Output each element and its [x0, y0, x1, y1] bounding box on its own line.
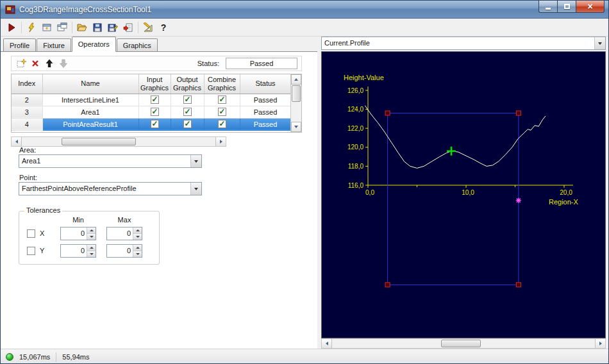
profile-chart[interactable]: 126,0124,0122,0120,0118,0116,00,010,020,…: [321, 51, 606, 338]
save-as-button[interactable]: [105, 20, 121, 35]
svg-text:116,0: 116,0: [348, 182, 364, 189]
scroll-right-button[interactable]: [215, 137, 226, 146]
column-header-output-graphics[interactable]: Output Graphics: [171, 74, 204, 94]
scrollbar-track[interactable]: [22, 137, 215, 146]
tolerance-x-label: X: [40, 227, 44, 240]
tolerance-y-label: Y: [40, 244, 44, 258]
output-graphics-checkbox[interactable]: [183, 108, 192, 116]
tolerance-y-max-spinner[interactable]: 0: [106, 244, 142, 258]
tolerance-y-min-spinner[interactable]: 0: [60, 244, 96, 258]
arrow-up-icon: [136, 247, 140, 249]
tolerance-x-min-value[interactable]: 0: [61, 228, 87, 240]
float-window-button[interactable]: [54, 20, 70, 35]
scroll-up-button[interactable]: [291, 74, 301, 85]
output-graphics-checkbox[interactable]: [183, 95, 192, 104]
scrollbar-thumb[interactable]: [292, 85, 301, 102]
tolerance-y-max-value[interactable]: 0: [107, 245, 133, 257]
region-corner-handle: [516, 111, 521, 115]
point-combobox[interactable]: FarthestPointAboveReferenceProfile: [19, 182, 202, 195]
titlebar[interactable]: Cog3DRangeImageCrossSectionTool1 ×: [1, 1, 608, 19]
spin-up-button[interactable]: [133, 228, 142, 234]
scrollbar-track[interactable]: [332, 339, 595, 348]
scrollbar-thumb[interactable]: [62, 138, 136, 145]
svg-text:118,0: 118,0: [348, 163, 364, 170]
input-graphics-checkbox[interactable]: [151, 108, 159, 116]
minimize-button[interactable]: [538, 1, 557, 13]
input-graphics-checkbox[interactable]: [151, 120, 159, 128]
tolerance-x-checkbox[interactable]: [27, 229, 35, 238]
column-header-name[interactable]: Name: [42, 74, 138, 94]
spin-up-button[interactable]: [133, 245, 142, 251]
move-up-button[interactable]: [42, 57, 56, 70]
combine-graphics-checkbox[interactable]: [218, 108, 226, 116]
tolerance-y-checkbox[interactable]: [27, 247, 35, 255]
spin-down-button[interactable]: [133, 234, 142, 240]
spin-up-button[interactable]: [87, 245, 96, 251]
tab-fixture[interactable]: Fixture: [37, 38, 71, 51]
scrollbar-thumb[interactable]: [441, 340, 481, 347]
operators-table: Index Name Input Graphics Output Graphic…: [12, 74, 292, 131]
combine-graphics-checkbox[interactable]: [218, 95, 226, 104]
delete-operator-button[interactable]: [28, 57, 42, 70]
dropdown-button[interactable]: [190, 183, 201, 195]
run-icon: [6, 22, 17, 33]
dropdown-button[interactable]: [594, 37, 605, 49]
tool-editor-button[interactable]: [39, 20, 54, 35]
scroll-left-button[interactable]: [322, 339, 332, 348]
maximize-button[interactable]: [557, 1, 576, 13]
combine-graphics-checkbox[interactable]: [218, 120, 226, 128]
grid-vertical-scrollbar[interactable]: [290, 74, 301, 132]
help-button[interactable]: ?: [156, 20, 171, 35]
minimize-icon: [546, 8, 551, 10]
measure-button[interactable]: [140, 20, 156, 35]
scroll-down-button[interactable]: [291, 122, 301, 132]
grid-horizontal-scrollbar[interactable]: [11, 136, 226, 147]
dropdown-button[interactable]: [190, 155, 201, 167]
table-row-selected[interactable]: 4 PointAreaResult1 Passed: [12, 118, 291, 130]
table-row[interactable]: 3 Area1 Passed: [12, 106, 291, 118]
column-header-input-graphics[interactable]: Input Graphics: [138, 74, 171, 94]
move-up-icon: [44, 58, 54, 69]
add-operator-button[interactable]: [14, 57, 28, 70]
save-file-button[interactable]: [90, 20, 105, 35]
spin-down-button[interactable]: [87, 251, 96, 257]
table-row[interactable]: 2 IntersectLineLine1 Passed: [12, 94, 291, 106]
area-combobox[interactable]: Area1: [19, 154, 202, 168]
run-button[interactable]: [4, 20, 19, 35]
electric-run-button[interactable]: [24, 20, 39, 35]
main-toolbar: ?: [1, 19, 608, 37]
svg-text:0,0: 0,0: [365, 189, 374, 196]
spin-up-button[interactable]: [87, 228, 96, 234]
tab-graphics[interactable]: Graphics: [117, 38, 158, 51]
column-header-combine-graphics[interactable]: Combine Graphics: [204, 74, 240, 94]
record-selector-combobox[interactable]: Current.Profile: [321, 37, 606, 50]
save-file-icon: [92, 22, 103, 33]
tab-operators[interactable]: Operators: [72, 37, 116, 52]
import-button[interactable]: [121, 20, 136, 35]
spin-down-button[interactable]: [87, 234, 96, 240]
chevron-down-icon: [194, 160, 198, 163]
tolerance-row-x: X 0 0: [19, 227, 159, 240]
cell-name: IntersectLineLine1: [42, 94, 138, 106]
open-file-icon: [77, 22, 87, 33]
column-header-status[interactable]: Status: [240, 74, 291, 94]
save-as-icon: [108, 22, 118, 33]
region-corner-handle: [516, 283, 521, 287]
chart-horizontal-scrollbar[interactable]: [321, 338, 606, 349]
tolerance-x-min-spinner[interactable]: 0: [60, 227, 96, 240]
column-header-index[interactable]: Index: [12, 74, 42, 94]
close-button[interactable]: ×: [576, 1, 605, 13]
open-file-button[interactable]: [74, 20, 90, 35]
move-down-button[interactable]: [56, 57, 71, 70]
tolerance-y-min-value[interactable]: 0: [61, 245, 87, 257]
output-graphics-checkbox[interactable]: [183, 120, 192, 128]
scroll-right-button[interactable]: [595, 339, 605, 348]
tolerance-x-max-spinner[interactable]: 0: [106, 227, 142, 240]
scroll-left-button[interactable]: [12, 137, 22, 146]
tab-profile[interactable]: Profile: [3, 38, 36, 51]
tolerance-x-max-value[interactable]: 0: [107, 228, 133, 240]
import-icon: [123, 22, 133, 33]
input-graphics-checkbox[interactable]: [151, 95, 159, 104]
spin-down-button[interactable]: [133, 251, 142, 257]
window-icon: [5, 4, 15, 15]
